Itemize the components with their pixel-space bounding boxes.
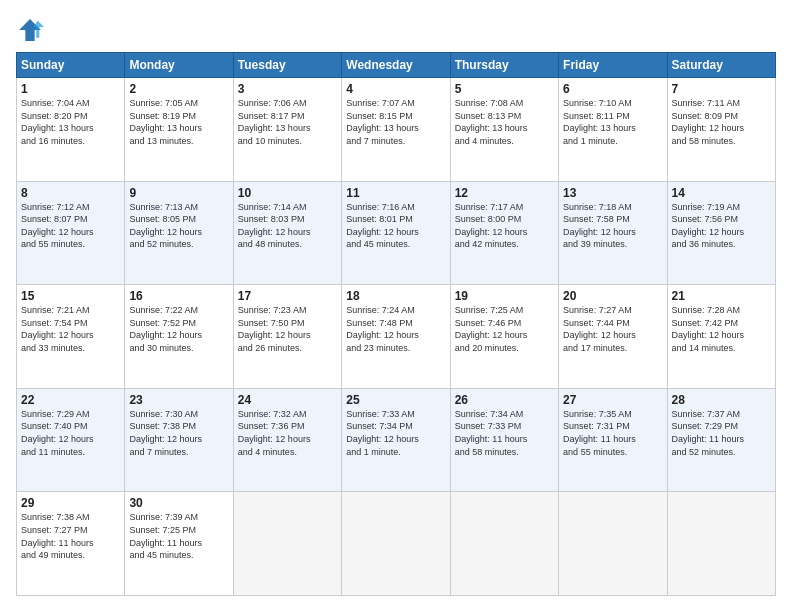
day-info: Sunrise: 7:11 AM Sunset: 8:09 PM Dayligh… xyxy=(672,97,771,147)
day-number: 26 xyxy=(455,393,554,407)
calendar-cell: 3Sunrise: 7:06 AM Sunset: 8:17 PM Daylig… xyxy=(233,78,341,182)
day-number: 3 xyxy=(238,82,337,96)
day-number: 11 xyxy=(346,186,445,200)
calendar-row-3: 22Sunrise: 7:29 AM Sunset: 7:40 PM Dayli… xyxy=(17,388,776,492)
calendar-row-4: 29Sunrise: 7:38 AM Sunset: 7:27 PM Dayli… xyxy=(17,492,776,596)
calendar-cell: 16Sunrise: 7:22 AM Sunset: 7:52 PM Dayli… xyxy=(125,285,233,389)
calendar-cell: 17Sunrise: 7:23 AM Sunset: 7:50 PM Dayli… xyxy=(233,285,341,389)
calendar-cell xyxy=(667,492,775,596)
day-info: Sunrise: 7:33 AM Sunset: 7:34 PM Dayligh… xyxy=(346,408,445,458)
day-info: Sunrise: 7:38 AM Sunset: 7:27 PM Dayligh… xyxy=(21,511,120,561)
day-number: 7 xyxy=(672,82,771,96)
day-number: 4 xyxy=(346,82,445,96)
day-info: Sunrise: 7:13 AM Sunset: 8:05 PM Dayligh… xyxy=(129,201,228,251)
logo-icon xyxy=(16,16,44,44)
day-info: Sunrise: 7:27 AM Sunset: 7:44 PM Dayligh… xyxy=(563,304,662,354)
calendar-cell: 22Sunrise: 7:29 AM Sunset: 7:40 PM Dayli… xyxy=(17,388,125,492)
day-number: 18 xyxy=(346,289,445,303)
calendar-cell: 28Sunrise: 7:37 AM Sunset: 7:29 PM Dayli… xyxy=(667,388,775,492)
day-number: 16 xyxy=(129,289,228,303)
calendar-cell: 2Sunrise: 7:05 AM Sunset: 8:19 PM Daylig… xyxy=(125,78,233,182)
day-info: Sunrise: 7:39 AM Sunset: 7:25 PM Dayligh… xyxy=(129,511,228,561)
weekday-header-friday: Friday xyxy=(559,53,667,78)
day-info: Sunrise: 7:19 AM Sunset: 7:56 PM Dayligh… xyxy=(672,201,771,251)
weekday-header-saturday: Saturday xyxy=(667,53,775,78)
day-info: Sunrise: 7:28 AM Sunset: 7:42 PM Dayligh… xyxy=(672,304,771,354)
day-number: 6 xyxy=(563,82,662,96)
day-number: 23 xyxy=(129,393,228,407)
weekday-header-row: SundayMondayTuesdayWednesdayThursdayFrid… xyxy=(17,53,776,78)
day-info: Sunrise: 7:07 AM Sunset: 8:15 PM Dayligh… xyxy=(346,97,445,147)
calendar-cell: 24Sunrise: 7:32 AM Sunset: 7:36 PM Dayli… xyxy=(233,388,341,492)
calendar-cell xyxy=(233,492,341,596)
calendar-cell: 7Sunrise: 7:11 AM Sunset: 8:09 PM Daylig… xyxy=(667,78,775,182)
day-info: Sunrise: 7:22 AM Sunset: 7:52 PM Dayligh… xyxy=(129,304,228,354)
day-number: 15 xyxy=(21,289,120,303)
calendar-row-2: 15Sunrise: 7:21 AM Sunset: 7:54 PM Dayli… xyxy=(17,285,776,389)
day-info: Sunrise: 7:23 AM Sunset: 7:50 PM Dayligh… xyxy=(238,304,337,354)
calendar-cell: 6Sunrise: 7:10 AM Sunset: 8:11 PM Daylig… xyxy=(559,78,667,182)
weekday-header-wednesday: Wednesday xyxy=(342,53,450,78)
calendar-row-1: 8Sunrise: 7:12 AM Sunset: 8:07 PM Daylig… xyxy=(17,181,776,285)
day-info: Sunrise: 7:10 AM Sunset: 8:11 PM Dayligh… xyxy=(563,97,662,147)
weekday-header-tuesday: Tuesday xyxy=(233,53,341,78)
calendar-row-0: 1Sunrise: 7:04 AM Sunset: 8:20 PM Daylig… xyxy=(17,78,776,182)
calendar-cell: 11Sunrise: 7:16 AM Sunset: 8:01 PM Dayli… xyxy=(342,181,450,285)
calendar-cell: 1Sunrise: 7:04 AM Sunset: 8:20 PM Daylig… xyxy=(17,78,125,182)
calendar-cell: 29Sunrise: 7:38 AM Sunset: 7:27 PM Dayli… xyxy=(17,492,125,596)
day-info: Sunrise: 7:08 AM Sunset: 8:13 PM Dayligh… xyxy=(455,97,554,147)
day-info: Sunrise: 7:16 AM Sunset: 8:01 PM Dayligh… xyxy=(346,201,445,251)
calendar-cell: 4Sunrise: 7:07 AM Sunset: 8:15 PM Daylig… xyxy=(342,78,450,182)
day-number: 9 xyxy=(129,186,228,200)
day-number: 22 xyxy=(21,393,120,407)
page: SundayMondayTuesdayWednesdayThursdayFrid… xyxy=(0,0,792,612)
calendar-cell: 15Sunrise: 7:21 AM Sunset: 7:54 PM Dayli… xyxy=(17,285,125,389)
calendar-cell xyxy=(559,492,667,596)
day-info: Sunrise: 7:04 AM Sunset: 8:20 PM Dayligh… xyxy=(21,97,120,147)
day-number: 2 xyxy=(129,82,228,96)
day-number: 10 xyxy=(238,186,337,200)
day-number: 21 xyxy=(672,289,771,303)
weekday-header-thursday: Thursday xyxy=(450,53,558,78)
day-number: 24 xyxy=(238,393,337,407)
calendar-cell: 19Sunrise: 7:25 AM Sunset: 7:46 PM Dayli… xyxy=(450,285,558,389)
calendar-cell: 10Sunrise: 7:14 AM Sunset: 8:03 PM Dayli… xyxy=(233,181,341,285)
day-info: Sunrise: 7:25 AM Sunset: 7:46 PM Dayligh… xyxy=(455,304,554,354)
logo xyxy=(16,16,48,44)
day-info: Sunrise: 7:37 AM Sunset: 7:29 PM Dayligh… xyxy=(672,408,771,458)
calendar-cell: 30Sunrise: 7:39 AM Sunset: 7:25 PM Dayli… xyxy=(125,492,233,596)
day-number: 12 xyxy=(455,186,554,200)
day-number: 30 xyxy=(129,496,228,510)
calendar-cell: 9Sunrise: 7:13 AM Sunset: 8:05 PM Daylig… xyxy=(125,181,233,285)
day-number: 8 xyxy=(21,186,120,200)
calendar-cell: 13Sunrise: 7:18 AM Sunset: 7:58 PM Dayli… xyxy=(559,181,667,285)
day-info: Sunrise: 7:05 AM Sunset: 8:19 PM Dayligh… xyxy=(129,97,228,147)
day-number: 14 xyxy=(672,186,771,200)
calendar-cell: 18Sunrise: 7:24 AM Sunset: 7:48 PM Dayli… xyxy=(342,285,450,389)
day-info: Sunrise: 7:30 AM Sunset: 7:38 PM Dayligh… xyxy=(129,408,228,458)
calendar-cell xyxy=(450,492,558,596)
weekday-header-monday: Monday xyxy=(125,53,233,78)
day-number: 29 xyxy=(21,496,120,510)
day-number: 5 xyxy=(455,82,554,96)
day-number: 25 xyxy=(346,393,445,407)
calendar-cell: 12Sunrise: 7:17 AM Sunset: 8:00 PM Dayli… xyxy=(450,181,558,285)
calendar-cell: 5Sunrise: 7:08 AM Sunset: 8:13 PM Daylig… xyxy=(450,78,558,182)
day-number: 13 xyxy=(563,186,662,200)
calendar-cell: 20Sunrise: 7:27 AM Sunset: 7:44 PM Dayli… xyxy=(559,285,667,389)
day-number: 1 xyxy=(21,82,120,96)
day-number: 19 xyxy=(455,289,554,303)
calendar-cell: 23Sunrise: 7:30 AM Sunset: 7:38 PM Dayli… xyxy=(125,388,233,492)
day-number: 17 xyxy=(238,289,337,303)
day-number: 27 xyxy=(563,393,662,407)
header xyxy=(16,16,776,44)
calendar-cell: 14Sunrise: 7:19 AM Sunset: 7:56 PM Dayli… xyxy=(667,181,775,285)
day-number: 28 xyxy=(672,393,771,407)
day-number: 20 xyxy=(563,289,662,303)
calendar-table: SundayMondayTuesdayWednesdayThursdayFrid… xyxy=(16,52,776,596)
calendar-cell: 26Sunrise: 7:34 AM Sunset: 7:33 PM Dayli… xyxy=(450,388,558,492)
calendar-cell xyxy=(342,492,450,596)
day-info: Sunrise: 7:18 AM Sunset: 7:58 PM Dayligh… xyxy=(563,201,662,251)
day-info: Sunrise: 7:17 AM Sunset: 8:00 PM Dayligh… xyxy=(455,201,554,251)
calendar-cell: 27Sunrise: 7:35 AM Sunset: 7:31 PM Dayli… xyxy=(559,388,667,492)
